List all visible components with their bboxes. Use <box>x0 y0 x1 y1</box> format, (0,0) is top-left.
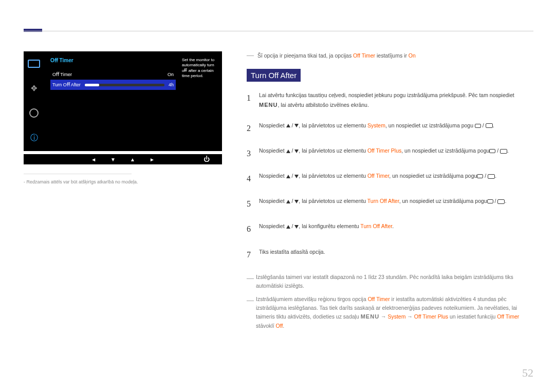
monitor-screenshot: ✥ ⓘ Oﬀ Timer Oﬀ Timer On Turn Oﬀ After 4… <box>24 51 222 151</box>
button-rect-icon <box>489 149 495 153</box>
up-arrow-icon <box>286 175 290 178</box>
power-icon: ⏻ <box>203 156 210 163</box>
up-arrow-icon <box>286 200 290 203</box>
footnote-1: ― Izslēgšanās taimeri var iestatīt diapa… <box>247 273 533 290</box>
enter-icon <box>497 199 505 204</box>
button-rect-icon <box>475 124 481 128</box>
display-icon <box>24 51 44 76</box>
osd-sidebar: ✥ ⓘ <box>24 51 44 151</box>
step-7: 7 Tiks iestatīta atlasītā opcija. <box>247 248 533 262</box>
step-4: 4 Nospiediet / , lai pārvietotos uz elem… <box>247 172 533 185</box>
osd-row-off-timer: Oﬀ Timer On <box>50 69 176 80</box>
nav-down-icon: ▼ <box>110 157 116 162</box>
osd-help-text: Set the monitor to automatically turn oﬀ… <box>182 58 219 79</box>
osd-panel: Oﬀ Timer Oﬀ Timer On Turn Oﬀ After 4h <box>50 58 176 90</box>
enter-icon <box>486 123 493 128</box>
footnote-2: ― Izstrādājumiem atsevišķu reģionu tirgo… <box>247 295 533 330</box>
osd-row-value: 4h <box>169 82 174 87</box>
step-5: 5 Nospiediet / , lai pārvietotos uz elem… <box>247 197 533 211</box>
osd-row-label: Oﬀ Timer <box>52 72 72 77</box>
button-rect-icon <box>477 174 483 178</box>
osd-nav-bar: ◄ ▼ ▲ ► ⏻ <box>24 153 222 164</box>
steps-list: 1 Lai atvērtu funkcijas taustiņu ceļvedi… <box>247 91 533 262</box>
separator <box>24 174 132 174</box>
move-icon: ✥ <box>24 76 44 101</box>
header-rule <box>24 31 533 31</box>
nav-up-icon: ▲ <box>130 157 135 162</box>
step-1: 1 Lai atvērtu funkcijas taustiņu ceļvedi… <box>247 91 533 110</box>
right-column: ― Šī opcija ir pieejama tikai tad, ja op… <box>247 51 533 330</box>
left-column: ✥ ⓘ Oﬀ Timer Oﬀ Timer On Turn Oﬀ After 4… <box>24 51 222 184</box>
nav-left-icon: ◄ <box>91 157 96 162</box>
enter-icon <box>500 149 507 154</box>
step-2: 2 Nospiediet / , lai pārvietotos uz elem… <box>247 121 533 135</box>
osd-row-label: Turn Oﬀ After <box>52 82 81 87</box>
up-arrow-icon <box>286 225 290 229</box>
osd-slider <box>85 84 164 86</box>
step-3: 3 Nospiediet / , lai pārvietotos uz elem… <box>247 146 533 160</box>
up-arrow-icon <box>286 150 290 153</box>
enter-icon <box>488 174 495 179</box>
osd-row-turn-off-after: Turn Oﬀ After 4h <box>50 80 176 90</box>
gear-icon <box>24 101 44 125</box>
step-6: 6 Nospiediet / , lai konfigurētu element… <box>247 222 533 236</box>
page-number: 52 <box>522 366 533 380</box>
osd-row-value: On <box>168 72 174 77</box>
button-rect-icon <box>487 199 493 203</box>
section-title: Turn Off After <box>247 69 301 82</box>
page: ✥ ⓘ Oﬀ Timer Oﬀ Timer On Turn Oﬀ After 4… <box>0 0 555 392</box>
osd-title: Oﬀ Timer <box>50 58 176 63</box>
nav-right-icon: ► <box>150 157 155 162</box>
info-icon: ⓘ <box>24 125 44 150</box>
top-note: ― Šī opcija ir pieejama tikai tad, ja op… <box>247 51 533 60</box>
image-caption: Redzamais attēls var būt atšķirīgs atkar… <box>24 179 222 184</box>
header-accent <box>24 29 42 32</box>
up-arrow-icon <box>286 124 290 127</box>
menu-label: MENU <box>259 102 278 108</box>
